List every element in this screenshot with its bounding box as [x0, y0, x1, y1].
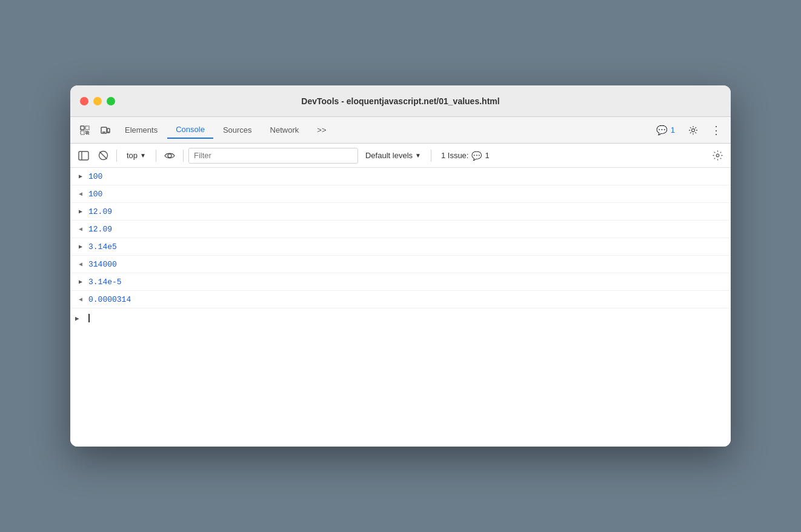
toolbar-divider4: [431, 150, 431, 162]
console-input-line[interactable]: ▶: [70, 308, 731, 328]
issue-label: 1 Issue:: [441, 151, 469, 160]
toolbar-divider: [116, 150, 117, 162]
console-input[interactable]: [88, 314, 90, 322]
traffic-lights: [80, 97, 115, 105]
svg-rect-0: [81, 126, 84, 130]
expand-arrow[interactable]: ▶: [75, 276, 86, 287]
settings-icon-button[interactable]: [683, 121, 703, 140]
expand-arrow[interactable]: ▶: [75, 171, 86, 182]
tab-network[interactable]: Network: [262, 122, 308, 138]
context-selector[interactable]: top ▼: [122, 149, 151, 162]
svg-point-7: [692, 128, 695, 131]
entry-value: 0.0000314: [88, 295, 131, 304]
svg-line-11: [99, 152, 107, 159]
console-entry: ◀314000: [70, 256, 731, 273]
inspect-icon[interactable]: [75, 121, 95, 140]
toolbar-divider2: [156, 150, 156, 162]
issue-number: 1: [485, 151, 489, 160]
console-entry: ▶3.14e5: [70, 238, 731, 256]
result-arrow: ◀: [75, 259, 86, 270]
more-options-button[interactable]: ⋮: [706, 121, 726, 140]
maximize-button[interactable]: [107, 97, 115, 105]
entry-value: 100: [88, 172, 102, 181]
expand-arrow[interactable]: ▶: [75, 206, 86, 217]
message-icon: 💬: [656, 125, 668, 136]
svg-rect-1: [85, 126, 89, 130]
issues-badge-button[interactable]: 💬 1: [651, 122, 680, 138]
entry-value: 12.09: [88, 207, 112, 216]
console-toolbar: top ▼ Default levels ▼ 1 Issue: 💬 1: [70, 144, 731, 168]
console-settings-button[interactable]: [709, 147, 726, 164]
log-levels-label: Default levels: [365, 151, 413, 160]
expand-arrow[interactable]: ▶: [75, 241, 86, 252]
entry-value: 3.14e5: [88, 242, 117, 251]
svg-rect-2: [81, 131, 84, 135]
entry-value: 100: [88, 190, 102, 199]
sidebar-toggle-button[interactable]: [75, 147, 92, 164]
clear-console-button[interactable]: [95, 147, 111, 164]
filter-input[interactable]: [188, 148, 358, 164]
result-arrow: ◀: [75, 294, 86, 305]
badge-count: 1: [671, 125, 675, 135]
svg-point-12: [168, 154, 171, 158]
result-arrow: ◀: [75, 224, 86, 234]
tab-more[interactable]: >>: [308, 122, 334, 138]
issue-count-area: 1 Issue: 💬 1: [436, 149, 494, 162]
svg-point-13: [716, 154, 719, 157]
tab-sources[interactable]: Sources: [214, 122, 261, 138]
entry-value: 314000: [88, 260, 117, 269]
console-entry: ▶12.09: [70, 203, 731, 221]
close-button[interactable]: [80, 97, 88, 105]
console-entry: ◀12.09: [70, 221, 731, 238]
console-entry: ◀100: [70, 185, 731, 203]
toolbar-divider3: [183, 150, 184, 162]
console-entry: ▶3.14e-5: [70, 273, 731, 291]
input-prompt-icon: ▶: [75, 314, 86, 322]
devtools-window: DevTools - eloquentjavascript.net/01_val…: [70, 85, 731, 447]
issue-message-icon: 💬: [471, 151, 482, 161]
console-entry: ◀0.0000314: [70, 291, 731, 308]
log-levels-dropdown[interactable]: Default levels ▼: [361, 149, 426, 162]
chevron-down-icon: ▼: [140, 152, 146, 159]
title-bar: DevTools - eloquentjavascript.net/01_val…: [70, 85, 731, 117]
live-expressions-button[interactable]: [161, 147, 178, 164]
entry-value: 3.14e-5: [88, 278, 122, 287]
device-mode-icon[interactable]: [96, 121, 115, 140]
toolbar-right: [709, 147, 726, 164]
tabs-right-actions: 💬 1 ⋮: [651, 121, 726, 140]
tab-console[interactable]: Console: [167, 121, 213, 139]
tab-elements[interactable]: Elements: [116, 122, 166, 138]
console-output: ▶100◀100▶12.09◀12.09▶3.14e5◀314000▶3.14e…: [70, 168, 731, 447]
log-levels-chevron-icon: ▼: [415, 152, 421, 159]
entry-value: 12.09: [88, 225, 112, 234]
tabs-bar: Elements Console Sources Network >> 💬 1 …: [70, 117, 731, 144]
console-entry: ▶100: [70, 168, 731, 185]
minimize-button[interactable]: [93, 97, 102, 105]
context-label: top: [127, 151, 138, 160]
result-arrow: ◀: [75, 188, 86, 199]
window-title: DevTools - eloquentjavascript.net/01_val…: [301, 96, 499, 106]
svg-rect-8: [79, 151, 88, 160]
